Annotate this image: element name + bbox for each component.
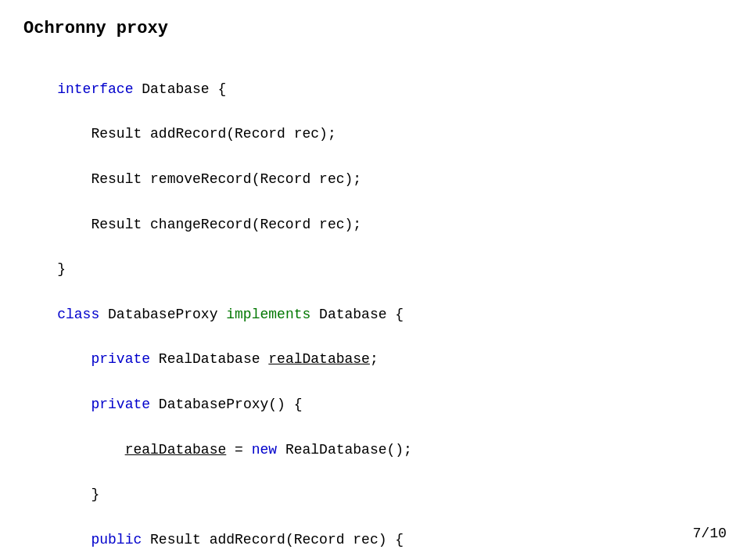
code-text: } — [57, 261, 66, 277]
code-text — [57, 397, 91, 412]
code-underline-2: realDatabase — [125, 442, 227, 458]
code-text: Database { — [133, 81, 226, 97]
code-text — [57, 351, 91, 367]
keyword-new: new — [252, 442, 277, 458]
code-underline-1: realDatabase — [268, 351, 370, 367]
code-text: Result addRecord(Record rec); — [57, 126, 336, 142]
code-text — [57, 442, 124, 458]
keyword-private-2: private — [91, 397, 150, 412]
code-text: Result removeRecord(Record rec); — [57, 171, 361, 187]
code-text: ; — [370, 351, 379, 367]
code-text: RealDatabase — [150, 351, 268, 367]
code-text: } — [57, 486, 99, 502]
code-text: Database { — [310, 307, 404, 322]
page-title: Ochronny proxy — [23, 16, 727, 41]
keyword-public-1: public — [91, 532, 142, 547]
code-text: RealDatabase(); — [277, 442, 412, 458]
code-text — [57, 532, 91, 547]
keyword-implements: implements — [226, 307, 310, 322]
code-text: DatabaseProxy — [99, 307, 226, 322]
code-text: Result addRecord(Record rec) { — [142, 532, 404, 547]
code-text: = — [226, 442, 251, 458]
code-block: interface Database { Result addRecord(Re… — [23, 56, 727, 560]
code-text: DatabaseProxy() { — [150, 397, 302, 412]
keyword-private-1: private — [91, 351, 150, 367]
page-number: 7/10 — [693, 523, 727, 544]
page-container: Ochronny proxy interface Database { Resu… — [0, 0, 750, 560]
code-text: Result changeRecord(Record rec); — [57, 217, 361, 232]
keyword-class: class — [57, 307, 99, 322]
keyword-interface: interface — [57, 81, 133, 97]
